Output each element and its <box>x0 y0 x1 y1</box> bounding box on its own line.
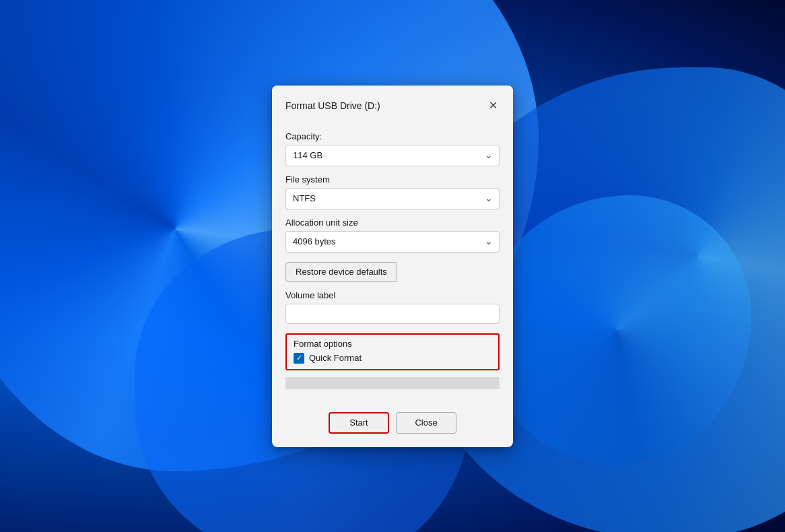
format-options-title: Format options <box>294 339 491 349</box>
dialog-title: Format USB Drive (D:) <box>285 100 380 111</box>
allocation-label: Allocation unit size <box>285 218 500 228</box>
file-system-label: File system <box>285 174 500 185</box>
quick-format-label: Quick Format <box>309 353 362 363</box>
format-options-group: Format options ✓ Quick Format <box>285 333 500 370</box>
dialog-overlay: Format USB Drive (D:) ✕ Capacity: 114 GB… <box>0 0 785 532</box>
dialog-footer: Start Close <box>272 403 513 447</box>
quick-format-checkbox[interactable]: ✓ <box>294 353 304 364</box>
allocation-dropdown[interactable]: 512 bytes 1024 bytes 2048 bytes 4096 byt… <box>285 231 500 253</box>
file-system-dropdown[interactable]: NTFS FAT32 exFAT <box>285 188 500 209</box>
dialog-close-button[interactable]: ✕ <box>483 96 502 115</box>
checkbox-checkmark: ✓ <box>296 354 302 362</box>
quick-format-row: ✓ Quick Format <box>294 353 491 364</box>
dialog-body: Capacity: 114 GB File system NTFS FAT32 … <box>272 131 513 403</box>
allocation-dropdown-wrapper: 512 bytes 1024 bytes 2048 bytes 4096 byt… <box>285 231 500 253</box>
progress-area <box>285 377 500 389</box>
capacity-label: Capacity: <box>285 131 500 141</box>
start-button[interactable]: Start <box>329 412 389 434</box>
volume-label-input[interactable] <box>285 304 500 324</box>
file-system-dropdown-wrapper: NTFS FAT32 exFAT <box>285 188 500 209</box>
close-dialog-button[interactable]: Close <box>396 412 456 434</box>
capacity-dropdown-wrapper: 114 GB <box>285 145 500 166</box>
restore-defaults-button[interactable]: Restore device defaults <box>285 262 397 282</box>
volume-label-label: Volume label <box>285 290 500 300</box>
capacity-dropdown[interactable]: 114 GB <box>285 145 500 166</box>
format-usb-dialog: Format USB Drive (D:) ✕ Capacity: 114 GB… <box>272 86 513 447</box>
dialog-titlebar: Format USB Drive (D:) ✕ <box>272 86 513 123</box>
